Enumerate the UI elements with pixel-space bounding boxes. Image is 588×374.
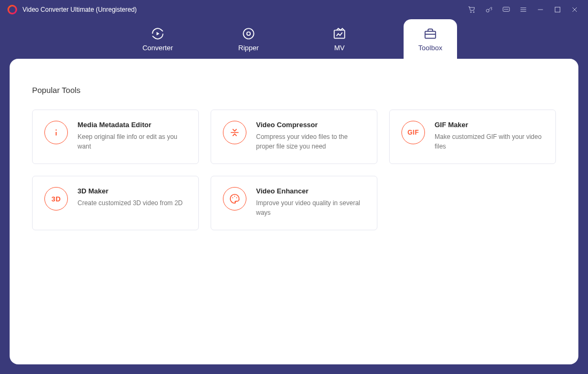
feedback-icon[interactable] [500, 4, 512, 15]
tool-desc: Improve your video quality in several wa… [256, 198, 365, 217]
tool-card-metadata[interactable]: Media Metadata Editor Keep original file… [32, 110, 199, 164]
svg-point-20 [56, 129, 57, 130]
svg-point-2 [486, 9, 489, 12]
key-icon[interactable] [483, 4, 495, 15]
tool-card-enhancer[interactable]: Video Enhancer Improve your video qualit… [211, 176, 377, 230]
svg-point-4 [505, 9, 505, 10]
cart-icon[interactable] [466, 4, 478, 15]
app-window: Video Converter Ultimate (Unregistered) [0, 0, 588, 374]
maximize-icon[interactable] [552, 4, 563, 15]
tool-title: 3D Maker [78, 187, 183, 195]
svg-marker-14 [157, 32, 159, 35]
mv-icon [332, 27, 346, 41]
svg-rect-18 [425, 31, 436, 38]
tools-grid: Media Metadata Editor Keep original file… [32, 110, 556, 230]
tool-title: Video Compressor [256, 121, 365, 129]
content-panel: Popular Tools Media Metadata Editor Keep… [10, 59, 578, 364]
svg-point-1 [473, 12, 474, 13]
tab-converter[interactable]: Converter [131, 19, 184, 59]
svg-point-24 [236, 197, 237, 198]
minimize-icon[interactable] [535, 4, 546, 15]
titlebar: Video Converter Ultimate (Unregistered) [0, 0, 588, 19]
tool-title: Media Metadata Editor [78, 121, 187, 129]
tool-card-3d[interactable]: 3D 3D Maker Create customized 3D video f… [32, 176, 199, 230]
tab-label: Toolbox [419, 44, 443, 52]
tab-ripper[interactable]: Ripper [222, 19, 275, 59]
tool-title: GIF Maker [435, 121, 544, 129]
compress-icon [223, 121, 246, 144]
svg-point-22 [232, 197, 233, 198]
tab-toolbox[interactable]: Toolbox [404, 19, 457, 59]
toolbox-icon [423, 27, 437, 41]
menu-icon[interactable] [517, 4, 529, 15]
tool-card-compressor[interactable]: Video Compressor Compress your video fil… [211, 110, 377, 164]
svg-point-23 [234, 196, 235, 197]
tool-desc: Compress your video files to the proper … [256, 132, 365, 151]
tab-label: Ripper [238, 44, 259, 52]
tab-label: MV [334, 44, 345, 52]
palette-icon [223, 187, 246, 211]
close-icon[interactable] [569, 4, 581, 15]
svg-point-0 [470, 12, 471, 13]
svg-point-6 [507, 9, 508, 10]
app-title: Video Converter Ultimate (Unregistered) [22, 6, 137, 13]
3d-icon: 3D [44, 187, 68, 211]
section-title: Popular Tools [32, 85, 556, 95]
app-logo-icon [7, 5, 17, 14]
converter-icon [151, 27, 165, 41]
tab-label: Converter [142, 44, 173, 52]
svg-point-16 [247, 32, 251, 35]
tab-mv[interactable]: MV [313, 19, 366, 59]
svg-point-15 [243, 28, 254, 39]
info-icon [44, 121, 68, 144]
tool-desc: Create customized 3D video from 2D [78, 198, 183, 208]
tool-card-gif[interactable]: GIF GIF Maker Make customized GIF with y… [389, 110, 556, 164]
tool-desc: Make customized GIF with your video file… [435, 132, 544, 151]
ripper-icon [242, 27, 256, 41]
tool-desc: Keep original file info or edit as you w… [78, 132, 187, 151]
nav-tabs: Converter Ripper MV Toolbox [0, 19, 588, 59]
svg-rect-11 [555, 7, 560, 12]
svg-point-5 [506, 9, 506, 10]
tool-title: Video Enhancer [256, 187, 365, 195]
gif-icon: GIF [401, 121, 425, 144]
